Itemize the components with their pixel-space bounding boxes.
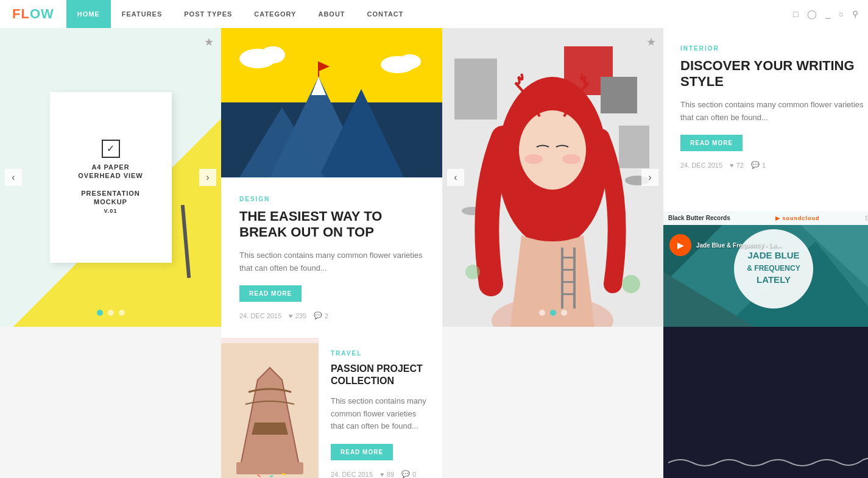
travel-likes: ♥ 89 [380,471,394,478]
header-social-icons: □ ◯ ⎯ ○ ⚲ [783,9,868,19]
right-column: INTERIOR DISCOVER YOUR WRITING STYLE Thi… [663,28,868,478]
svg-point-27 [519,110,586,190]
twitter-icon[interactable]: ⎯ [825,9,830,19]
interior-post: INTERIOR DISCOVER YOUR WRITING STYLE Thi… [663,28,868,211]
svg-rect-19 [601,77,637,113]
center-featured-slider: ★ ‹ › [442,28,663,327]
travel-post-meta: 24. DEC 2015 ♥ 89 💬 0 [331,470,430,478]
interior-post-meta: 24. DEC 2015 ♥ 72 💬 1 [680,161,867,169]
svg-rect-32 [561,257,576,259]
nav-about[interactable]: ABOUT [307,0,356,28]
travel-read-more-button[interactable]: READ MORE [331,444,393,460]
design-category-label: DESIGN [239,196,424,202]
travel-post: TRAVEL PASSION PROJECT COLLECTION This s… [221,338,442,478]
girl-illustration [442,28,663,327]
paper-title-text: A4 PAPEROVERHEAD VIEWPRESENTATIONMOCKUPV… [78,163,143,215]
svg-point-36 [622,275,640,293]
design-post-title: THE EASIEST WAY TO BREAK OUT ON TOP [239,209,424,241]
sc-header-bar: Black Butter Records ▶ soundcloud ⊡ ↗ [663,211,868,225]
dot-1[interactable] [97,310,103,316]
travel-post-date: 24. DEC 2015 [331,471,373,478]
slider-prev-button[interactable]: ‹ [5,169,22,186]
design-post-meta: 24. DEC 2015 ♥ 235 💬 2 [239,312,424,319]
design-post-likes: ♥ 235 [289,312,306,319]
interior-post-desc: This section contains many common flower… [680,99,867,124]
svg-rect-13 [236,462,303,474]
travel-comments: 💬 0 [401,470,416,478]
svg-rect-21 [619,126,649,168]
sc-track-title: Jade Blue & Frequency - La... [696,242,781,249]
interior-comments: 💬 1 [751,161,766,169]
nav-home[interactable]: HOME [66,0,111,28]
sc-waveform [663,454,868,472]
travel-category-label: TRAVEL [331,350,430,357]
site-logo[interactable]: FLOW [0,6,66,22]
center-dot-3[interactable] [561,310,567,316]
interior-likes: ♥ 72 [730,162,744,169]
design-read-more-button[interactable]: READ MORE [239,285,302,302]
nav-features[interactable]: FEATURES [111,0,173,28]
featured-slider: ✓ A4 PAPEROVERHEAD VIEWPRESENTATIONMOCKU… [0,28,221,327]
travel-text-content: TRAVEL PASSION PROJECT COLLECTION This s… [319,338,442,478]
travel-thumbnail [221,338,319,478]
svg-rect-35 [561,293,576,295]
svg-point-9 [261,46,285,63]
favorite-icon[interactable]: ★ [204,35,214,49]
sc-share-icon[interactable]: ⊡ [865,214,868,222]
sc-logo-text: ▶ soundcloud [775,215,820,221]
nav-category[interactable]: CATEGORY [243,0,307,28]
main-grid: ✓ A4 PAPEROVERHEAD VIEWPRESENTATIONMOCKU… [0,28,868,478]
center-slider-next[interactable]: › [641,169,658,186]
slider-next-button[interactable]: › [199,169,216,186]
sc-playback-area: ▶ Jade Blue & Frequency - La... [669,234,781,256]
design-post-column: DESIGN THE EASIEST WAY TO BREAK OUT ON T… [221,28,442,478]
center-slider-dots [539,310,567,316]
logo-fl: FL [12,6,30,21]
center-favorite-icon[interactable]: ★ [646,35,656,49]
interior-category-label: INTERIOR [680,45,867,52]
check-icon: ✓ [102,140,120,158]
dot-3[interactable] [119,310,125,316]
design-text-post: DESIGN THE EASIEST WAY TO BREAK OUT ON T… [221,177,442,338]
dot-2[interactable] [108,310,114,316]
svg-rect-34 [561,281,576,283]
svg-rect-20 [454,59,497,120]
nav-post-types[interactable]: POST TYPES [173,0,243,28]
svg-text:LATELY: LATELY [757,274,791,285]
vimeo-icon[interactable]: □ [793,9,798,19]
svg-point-29 [562,154,580,164]
center-dot-2[interactable] [550,310,556,316]
main-nav: HOME FEATURES POST TYPES CATEGORY ABOUT … [66,0,415,28]
pinterest-icon[interactable]: ○ [839,9,844,19]
travel-post-desc: This section contains many common flower… [331,395,430,433]
slider-image: ✓ A4 PAPEROVERHEAD VIEWPRESENTATIONMOCKU… [0,28,221,327]
soundcloud-widget: JADE BLUE & FREQUENCY LATELY Black Butte… [663,211,868,478]
sc-play-button[interactable]: ▶ [669,234,691,256]
site-header: FLOW HOME FEATURES POST TYPES CATEGORY A… [0,0,868,28]
center-dot-1[interactable] [539,310,545,316]
paper-mockup: ✓ A4 PAPEROVERHEAD VIEWPRESENTATIONMOCKU… [50,92,172,263]
instagram-icon[interactable]: ◯ [807,9,817,19]
design-post-date: 24. DEC 2015 [239,312,281,319]
svg-point-37 [465,265,480,279]
mountain-image [221,28,442,177]
interior-read-more-button[interactable]: READ MORE [680,135,743,151]
svg-point-11 [399,54,421,69]
logo-ow: OW [30,6,54,21]
svg-point-28 [524,154,543,164]
interior-post-title: DISCOVER YOUR WRITING STYLE [680,58,867,90]
travel-post-title: PASSION PROJECT COLLECTION [331,363,430,386]
sc-artist-name: Black Butter Records [668,215,730,221]
center-slider-prev[interactable]: ‹ [447,169,464,186]
design-post-comments: 💬 2 [314,312,328,319]
slider-dots [97,310,125,316]
svg-text:& FREQUENCY: & FREQUENCY [747,264,800,273]
interior-post-date: 24. DEC 2015 [680,162,722,169]
search-icon[interactable]: ⚲ [852,9,858,19]
nav-contact[interactable]: CONTACT [356,0,415,28]
sc-action-icons: ⊡ ↗ [865,214,868,222]
design-post-desc: This section contains many common flower… [239,249,424,275]
pencil-decoration [181,205,191,278]
svg-rect-33 [561,269,576,271]
